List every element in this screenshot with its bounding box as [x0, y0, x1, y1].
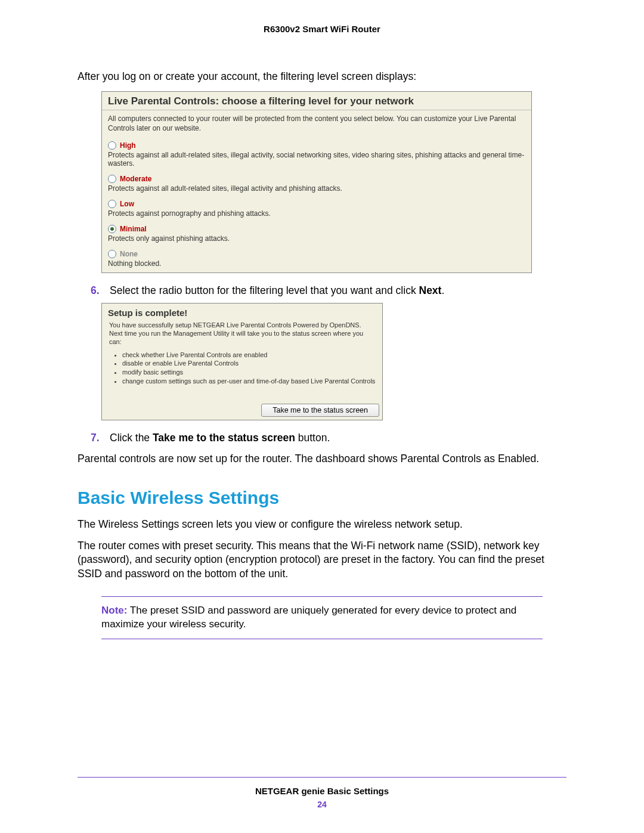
step-6: 6. Select the radio button for the filte… [91, 284, 566, 298]
section-p1: The Wireless Settings screen lets you vi… [78, 518, 566, 532]
bullet-item: modify basic settings [122, 368, 382, 377]
option-minimal[interactable]: Minimal Protects only against phishing a… [102, 222, 531, 247]
bullet-item: disable or enable Live Parental Controls [122, 359, 382, 368]
parental-controls-panel: Live Parental Controls: choose a filteri… [101, 91, 532, 273]
option-desc: Protects against all adult-related sites… [108, 151, 525, 168]
note-rule-top [101, 596, 543, 597]
page-header-title: R6300v2 Smart WiFi Router [78, 24, 566, 34]
option-desc: Protects against all adult-related sites… [108, 184, 525, 193]
footer-title: NETGEAR genie Basic Settings [78, 786, 566, 796]
panel1-title: Live Parental Controls: choose a filteri… [102, 92, 531, 110]
step-7: 7. Click the Take me to the status scree… [91, 431, 566, 445]
step-text: Select the radio button for the filterin… [110, 284, 444, 298]
step-text-b: button. [295, 432, 330, 444]
option-low[interactable]: Low Protects against pornography and phi… [102, 197, 531, 222]
footer-page-number: 24 [78, 800, 566, 809]
option-desc: Protects against pornography and phishin… [108, 209, 525, 218]
panel2-bullets: check whether Live Parental Controls are… [122, 351, 382, 386]
note-text: Note: The preset SSID and password are u… [101, 599, 543, 636]
page-footer: NETGEAR genie Basic Settings 24 [78, 772, 566, 809]
bullet-item: check whether Live Parental Controls are… [122, 351, 382, 360]
radio-icon [108, 250, 116, 258]
section-p2: The router comes with preset security. T… [78, 539, 566, 581]
intro-text: After you log on or create your account,… [78, 70, 566, 84]
option-none[interactable]: None Nothing blocked. [102, 247, 531, 272]
footer-rule [78, 777, 566, 778]
panel1-subtitle: All computers connected to your router w… [102, 110, 531, 139]
option-label: None [120, 250, 138, 258]
option-label: Minimal [120, 225, 147, 233]
option-label: High [120, 141, 136, 150]
step-bold: Take me to the status screen [153, 432, 295, 444]
option-high[interactable]: High Protects against all adult-related … [102, 139, 531, 172]
step-text-a: Click the [110, 432, 153, 444]
step-text: Click the Take me to the status screen b… [110, 431, 330, 445]
option-label: Moderate [120, 175, 151, 183]
note-rule-bottom [101, 639, 543, 639]
note-body: The preset SSID and password are uniquel… [101, 605, 516, 630]
section-heading: Basic Wireless Settings [78, 488, 566, 508]
radio-icon-selected [108, 225, 116, 233]
option-moderate[interactable]: Moderate Protects against all adult-rela… [102, 172, 531, 197]
radio-icon [108, 141, 116, 150]
step-number: 7. [91, 431, 103, 445]
option-desc: Protects only against phishing attacks. [108, 234, 525, 243]
step-bold: Next [419, 284, 442, 296]
step-number: 6. [91, 284, 103, 298]
option-label: Low [120, 200, 134, 208]
bullet-item: change custom settings such as per-user … [122, 377, 382, 386]
option-desc: Nothing blocked. [108, 259, 525, 268]
panel2-title: Setup is complete! [102, 304, 382, 320]
radio-icon [108, 200, 116, 208]
closing-text: Parental controls are now set up for the… [78, 452, 566, 466]
note-block: Note: The preset SSID and password are u… [101, 596, 543, 639]
note-label: Note: [101, 605, 127, 616]
take-me-to-status-button[interactable]: Take me to the status screen [261, 404, 379, 417]
panel2-sub: You have successfully setup NETGEAR Live… [102, 320, 382, 349]
step-text-a: Select the radio button for the filterin… [110, 284, 419, 296]
radio-icon [108, 175, 116, 183]
step-text-b: . [441, 284, 444, 296]
setup-complete-panel: Setup is complete! You have successfully… [101, 303, 383, 420]
